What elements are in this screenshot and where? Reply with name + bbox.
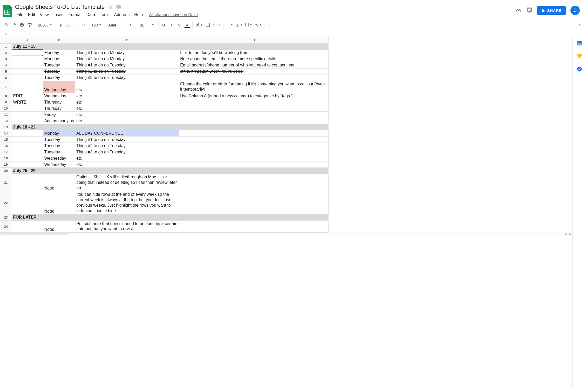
row-header[interactable]: 12 <box>0 118 12 124</box>
cell-A13[interactable]: July 18 - 22 <box>12 124 43 130</box>
increase-decimal-button[interactable]: .00→ <box>80 21 90 29</box>
bold-button[interactable]: B <box>160 21 167 29</box>
share-button[interactable]: SHARE <box>537 6 566 15</box>
cell-A6[interactable] <box>12 75 43 81</box>
cell-B9[interactable]: Thursday <box>43 99 75 105</box>
menu-insert[interactable]: Insert <box>51 11 66 18</box>
horizontal-scrollbar[interactable]: ◀ ▶ <box>0 233 573 235</box>
decrease-decimal-button[interactable]: .0← <box>72 21 80 29</box>
cell-A2[interactable] <box>12 50 43 56</box>
sheets-logo[interactable] <box>2 4 12 18</box>
cell-D11[interactable] <box>179 112 329 118</box>
cell-D8[interactable]: Use Column A (or add a new column) to ca… <box>179 93 329 99</box>
row-header[interactable]: 6 <box>0 75 12 81</box>
menu-edit[interactable]: Edit <box>26 11 37 18</box>
row-header[interactable]: 5 <box>0 68 12 75</box>
cell-D7[interactable]: Change the color or other formatting if … <box>179 81 329 93</box>
menu-file[interactable]: File <box>15 11 25 18</box>
cell-C22[interactable]: You can hide rows at the end of every we… <box>75 191 179 214</box>
row-header[interactable]: 3 <box>0 56 12 62</box>
collapse-toolbar-button[interactable] <box>576 21 583 29</box>
cell-C16[interactable]: Thing #2 to do on Tuesday <box>75 143 179 149</box>
cell-D1[interactable] <box>179 43 329 50</box>
cell-A7[interactable] <box>12 81 43 93</box>
cell-B24[interactable]: Note: <box>43 220 75 233</box>
spreadsheet-grid[interactable]: ABCD1July 11 - 152MondayThing #1 to do o… <box>0 37 573 388</box>
cell-B17[interactable]: Tuesday <box>43 149 75 155</box>
merge-cells-button[interactable]: ▼ <box>212 21 222 29</box>
menu-tools[interactable]: Tools <box>98 11 111 18</box>
cell-A17[interactable] <box>12 149 43 155</box>
cell-C1[interactable] <box>75 43 179 50</box>
cell-B5[interactable]: Tuesday <box>43 68 75 75</box>
row-header[interactable]: 7 <box>0 81 12 93</box>
cell-D5[interactable]: strike it through when you're done! <box>179 68 329 75</box>
cell-A11[interactable] <box>12 112 43 118</box>
cell-D22[interactable] <box>179 191 329 214</box>
row-header[interactable]: 19 <box>0 161 12 168</box>
cell-C23[interactable] <box>75 214 179 220</box>
cell-A20[interactable]: July 25 - 29 <box>12 168 43 174</box>
cell-C18[interactable]: etc <box>75 155 179 161</box>
cell-D13[interactable] <box>179 124 329 130</box>
cell-D19[interactable] <box>179 161 329 168</box>
cell-D24[interactable] <box>179 220 329 233</box>
cell-D9[interactable] <box>179 99 329 105</box>
cell-C3[interactable]: Thing #2 to do on Monday <box>75 56 179 62</box>
cell-C21[interactable]: Option + Shift + X will strikethrough on… <box>75 174 179 191</box>
comments-icon[interactable] <box>526 7 533 14</box>
cell-D3[interactable]: Note about the item if there are more sp… <box>179 56 329 62</box>
save-status[interactable]: All changes saved in Drive <box>149 12 198 17</box>
cell-A1[interactable]: July 11 - 15 <box>12 43 43 50</box>
cell-A19[interactable] <box>12 161 43 168</box>
cell-B12[interactable]: Add as many as <box>43 118 75 124</box>
row-header[interactable]: 14 <box>0 130 12 137</box>
zoom-select[interactable]: 100%▼ <box>37 23 53 27</box>
cell-B3[interactable]: Monday <box>43 56 75 62</box>
cell-C15[interactable]: Thing #1 to do on Tuesday <box>75 137 179 143</box>
horizontal-align-button[interactable]: ▼ <box>225 21 234 29</box>
cell-C2[interactable]: Thing #1 to do on Monday <box>75 50 179 56</box>
more-formats-button[interactable]: 123▼ <box>90 21 102 29</box>
row-header[interactable]: 4 <box>0 62 12 68</box>
cell-B13[interactable] <box>43 124 75 130</box>
cell-B1[interactable] <box>43 43 75 50</box>
cell-D12[interactable] <box>179 118 329 124</box>
formula-input[interactable] <box>12 30 586 37</box>
cell-B8[interactable]: Wednesday <box>43 93 75 99</box>
cell-A8[interactable]: EDIT <box>12 93 43 99</box>
cell-D16[interactable] <box>179 143 329 149</box>
cell-B23[interactable] <box>43 214 75 220</box>
row-header[interactable]: 10 <box>0 105 12 112</box>
cell-A23[interactable]: FOR LATER <box>12 214 43 220</box>
select-all-cell[interactable] <box>0 37 12 43</box>
cell-B21[interactable]: Note: <box>43 174 75 191</box>
menu-help[interactable]: Help <box>132 11 145 18</box>
cell-A24[interactable] <box>12 220 43 233</box>
cell-C8[interactable]: etc <box>75 93 179 99</box>
cell-D17[interactable] <box>179 149 329 155</box>
fill-color-button[interactable]: ▼ <box>194 21 204 29</box>
cell-C20[interactable] <box>75 168 179 174</box>
scroll-right-icon[interactable]: ▶ <box>568 233 573 235</box>
cell-A16[interactable] <box>12 143 43 149</box>
document-title[interactable]: Google Sheets To-Do List Template <box>15 4 105 10</box>
cell-B10[interactable]: Thursday <box>43 105 75 112</box>
cell-B22[interactable]: Note: <box>43 191 75 214</box>
text-rotation-button[interactable]: ▼ <box>254 21 263 29</box>
fill-handle[interactable] <box>42 55 43 56</box>
cell-B7[interactable]: Wednesday <box>43 81 75 93</box>
row-header[interactable]: 13 <box>0 124 12 130</box>
menu-addons[interactable]: Add-ons <box>112 11 132 18</box>
cell-D4[interactable]: Email address/phone number of who you ne… <box>179 62 329 68</box>
row-header[interactable]: 2 <box>0 50 12 56</box>
format-currency-button[interactable]: $ <box>57 21 64 29</box>
row-header[interactable]: 22 <box>0 191 12 214</box>
row-header[interactable]: 24 <box>0 220 12 233</box>
cell-C11[interactable]: etc <box>75 112 179 118</box>
cell-A4[interactable] <box>12 62 43 68</box>
keep-icon[interactable] <box>577 53 582 59</box>
column-header-A[interactable]: A <box>12 37 43 43</box>
cell-B6[interactable]: Tuesday <box>43 75 75 81</box>
cell-C24[interactable]: Put stuff here that doesn't need to be d… <box>75 220 179 233</box>
